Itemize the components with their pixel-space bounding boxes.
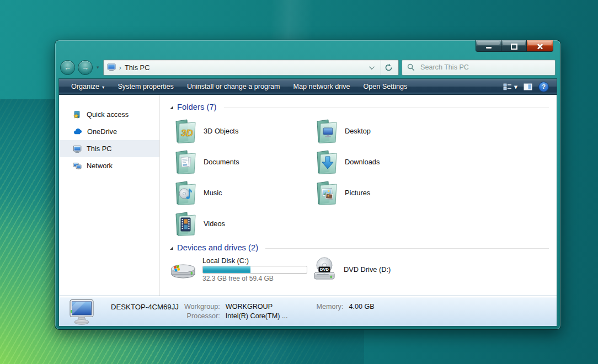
refresh-button[interactable] <box>381 60 396 75</box>
close-icon <box>537 43 543 50</box>
svg-text:3D: 3D <box>181 128 193 138</box>
minimize-icon <box>486 47 492 49</box>
group-title: Folders (7) <box>177 103 217 111</box>
sidebar-item-quick-access[interactable]: Quick access <box>59 106 159 123</box>
back-icon: ← <box>64 64 71 71</box>
forward-button[interactable]: → <box>78 60 93 75</box>
details-fields-memory: Memory: 4.00 GB <box>316 299 374 311</box>
sidebar-label: This PC <box>87 144 112 153</box>
music-folder-icon <box>170 179 197 206</box>
folder-tile-music[interactable]: Music <box>170 177 311 208</box>
group-expanded-icon <box>170 106 173 109</box>
toolbar-item-open-settings[interactable]: Open Settings <box>357 83 414 90</box>
toolbar-item-map-network-drive[interactable]: Map network drive <box>287 83 357 90</box>
folder-tile-documents[interactable]: Documents <box>170 146 311 177</box>
recent-locations-icon[interactable]: ▾ <box>97 65 99 70</box>
organize-label: Organize <box>71 83 99 90</box>
breadcrumb-arrow-icon: › <box>119 63 121 72</box>
toolbar-item-uninstall-program[interactable]: Uninstall or change a program <box>180 83 287 90</box>
content-pane: Folders (7) 3D 3D Objects <box>160 95 557 296</box>
group-rule <box>224 108 549 108</box>
this-pc-icon <box>73 144 82 153</box>
sidebar-item-network[interactable]: Network <box>59 157 159 174</box>
documents-folder-icon <box>170 148 197 175</box>
back-button[interactable]: ← <box>60 60 75 75</box>
group-title: Devices and drives (2) <box>177 243 258 252</box>
folder-tile-desktop[interactable]: Desktop <box>311 115 549 146</box>
field-value: Intel(R) Core(TM) ... <box>226 312 288 320</box>
help-button[interactable]: ? <box>538 82 549 92</box>
caption-bar <box>55 40 560 57</box>
preview-pane-button[interactable] <box>524 83 532 90</box>
sidebar-item-onedrive[interactable]: OneDrive <box>59 123 159 140</box>
folder-tile-pictures[interactable]: Pictures <box>311 177 549 208</box>
sidebar-item-this-pc[interactable]: This PC <box>59 140 159 157</box>
disk-usage-fill <box>203 266 250 273</box>
computer-name: DESKTOP-4CM69JJ <box>111 299 179 311</box>
command-bar: Organize▾ System properties Uninstall or… <box>59 79 557 95</box>
disk-info: Local Disk (C:) 32.3 GB free of 59.4 GB <box>202 256 307 282</box>
minimize-button[interactable] <box>476 40 501 52</box>
caption-buttons <box>476 40 553 52</box>
search-box[interactable] <box>402 60 556 76</box>
field-value: WORKGROUP <box>226 303 288 311</box>
client-area: Organize▾ System properties Uninstall or… <box>58 78 557 326</box>
disk-free-text: 32.3 GB free of 59.4 GB <box>202 275 307 282</box>
desktop-folder-icon <box>312 117 338 144</box>
navigation-sidebar: Quick access OneDrive This PC <box>59 95 160 296</box>
group-header-devices[interactable]: Devices and drives (2) <box>170 242 549 253</box>
toolbar-right-group: ▾ ? <box>503 82 551 92</box>
organize-button[interactable]: Organize▾ <box>65 83 111 90</box>
disk-usage-bar <box>202 266 307 274</box>
dvd-drive-tile[interactable]: DVD DVD Drive (D:) <box>311 256 549 282</box>
details-pane: DESKTOP-4CM69JJ Workgroup: WORKGROUP Pro… <box>59 296 557 326</box>
sidebar-label: Quick access <box>87 110 129 119</box>
dvd-drive-icon: DVD <box>311 257 338 282</box>
hard-disk-icon <box>170 258 196 282</box>
folder-tile-3d-objects[interactable]: 3D 3D Objects <box>170 115 311 146</box>
folder-tile-videos[interactable]: Videos <box>170 208 311 239</box>
folder-label: 3D Objects <box>204 127 238 135</box>
search-input[interactable] <box>419 63 550 72</box>
toolbar-item-system-properties[interactable]: System properties <box>111 83 180 90</box>
sidebar-label: OneDrive <box>87 127 117 136</box>
folders-grid: 3D 3D Objects Desktop <box>170 115 549 239</box>
details-fields: Workgroup: WORKGROUP Processor: Intel(R)… <box>184 299 288 320</box>
navigation-bar: ← → ▾ › This PC <box>55 58 560 77</box>
svg-text:DVD: DVD <box>320 267 329 272</box>
pictures-folder-icon <box>312 179 338 206</box>
organize-caret-icon: ▾ <box>102 84 104 90</box>
folder-label: Desktop <box>345 127 371 135</box>
group-header-folders[interactable]: Folders (7) <box>170 101 549 113</box>
close-button[interactable] <box>527 40 553 52</box>
folder-label: Documents <box>204 158 239 166</box>
field-value: 4.00 GB <box>349 303 374 311</box>
views-caret-icon: ▾ <box>514 83 517 91</box>
address-dropdown-icon[interactable] <box>369 64 375 69</box>
local-disk-tile[interactable]: Local Disk (C:) 32.3 GB free of 59.4 GB <box>170 256 311 282</box>
refresh-icon <box>385 63 393 72</box>
folder-label: Music <box>204 189 222 197</box>
computer-icon <box>66 299 97 325</box>
3d-objects-folder-icon: 3D <box>170 117 197 144</box>
explorer-window: ← → ▾ › This PC <box>55 40 561 330</box>
main-row: Quick access OneDrive This PC <box>59 95 557 296</box>
onedrive-icon <box>73 127 82 136</box>
field-label: Workgroup: <box>184 303 220 311</box>
breadcrumb-location[interactable]: This PC <box>125 63 150 72</box>
folder-tile-downloads[interactable]: Downloads <box>311 146 549 177</box>
field-label: Memory: <box>316 303 343 311</box>
drive-label: DVD Drive (D:) <box>344 265 391 274</box>
views-button[interactable]: ▾ <box>503 83 517 91</box>
help-icon: ? <box>542 83 546 90</box>
quick-access-icon <box>73 110 82 119</box>
videos-folder-icon <box>170 210 197 237</box>
address-bar[interactable]: › This PC <box>103 60 399 76</box>
maximize-icon <box>511 44 517 50</box>
views-icon <box>503 83 512 90</box>
downloads-folder-icon <box>312 148 338 175</box>
maximize-button[interactable] <box>501 40 527 52</box>
folder-label: Videos <box>204 220 225 228</box>
devices-grid: Local Disk (C:) 32.3 GB free of 59.4 GB <box>170 256 549 282</box>
group-expanded-icon <box>170 247 173 250</box>
